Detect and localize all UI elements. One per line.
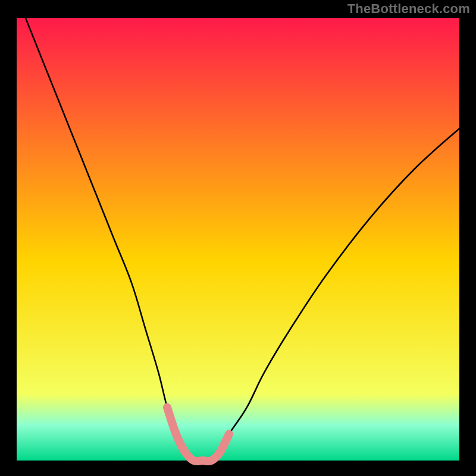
plot-background <box>17 18 459 461</box>
chart-svg <box>0 0 476 476</box>
watermark-text: TheBottleneck.com <box>347 1 470 17</box>
chart-frame: TheBottleneck.com <box>0 0 476 476</box>
